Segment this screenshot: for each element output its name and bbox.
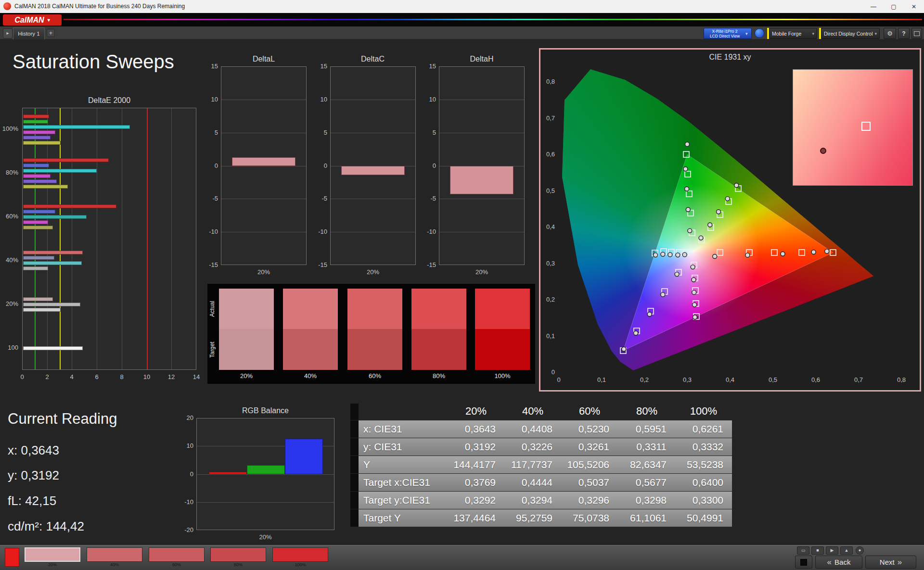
cie-y-tick-label: 0,8 — [536, 78, 555, 85]
cie-x-tick-label: 0,5 — [763, 376, 783, 383]
display-control-button[interactable]: Direct Display Control ▾ — [821, 28, 880, 39]
table-cell: 105,5206 — [561, 459, 609, 470]
deltaL-chart-title: DeltaL — [221, 55, 307, 63]
measured-point — [675, 272, 679, 277]
delta-y-tick-label: -5 — [200, 195, 218, 202]
deltae-gridline — [122, 108, 122, 369]
cie-inset-zoom — [793, 69, 913, 186]
deltae-bar — [23, 174, 51, 178]
delta-bar — [341, 166, 405, 175]
current-reading-y: y: 0,3192 — [8, 468, 59, 483]
measured-point — [682, 253, 687, 257]
rgb-y-tick-label: 20 — [175, 414, 193, 421]
tab-history-1[interactable]: History 1 — [13, 27, 45, 39]
delta-y-tick-label: 0 — [200, 162, 218, 169]
record-button[interactable]: ● — [856, 546, 864, 555]
delta-y-tick-label: 10 — [309, 96, 327, 103]
deltaC-chart-title: DeltaC — [330, 55, 415, 63]
swatch-label: 80% — [411, 372, 466, 380]
layout-button[interactable] — [911, 28, 922, 39]
table-cell: 0,4444 — [504, 477, 552, 488]
measured-point — [692, 278, 696, 282]
help-button[interactable]: ? — [898, 28, 910, 39]
table-cell: 0,3226 — [504, 441, 552, 453]
cie-y-tick-label: 0,3 — [536, 260, 555, 267]
back-label: Back — [834, 558, 850, 566]
target-swatch — [475, 329, 530, 370]
deltae-group-label: 100% — [0, 125, 18, 132]
deltae-bar — [23, 204, 116, 208]
saturation-level-button[interactable] — [149, 547, 205, 562]
table-cell: 144,4177 — [448, 459, 496, 470]
deltae-x-tick-label: 0 — [15, 373, 29, 380]
table-cell: 0,5037 — [561, 477, 609, 488]
source-select-button[interactable]: Mobile Forge ▾ — [769, 28, 817, 39]
deltae-bar — [23, 210, 55, 214]
table-cell: 117,7737 — [504, 459, 552, 470]
rgb-balance-chart-title: RGB Balance — [196, 406, 334, 415]
measured-point — [685, 142, 690, 146]
rainbow-divider — [64, 19, 922, 20]
stop-button[interactable]: ■ — [811, 546, 824, 555]
delta-y-tick-label: -10 — [418, 228, 436, 235]
cie-chart-title: CIE 1931 xy — [539, 53, 921, 62]
rgb-y-tick-label: -20 — [175, 526, 193, 533]
table-cell: 0,6261 — [675, 423, 723, 435]
measured-point — [683, 167, 688, 171]
close-button[interactable]: ✕ — [904, 0, 924, 13]
actual-swatch — [347, 289, 402, 329]
stop-measurement-button[interactable] — [795, 556, 812, 569]
display-button[interactable]: ▭ — [797, 546, 809, 555]
measured-point — [811, 250, 816, 254]
eject-button[interactable]: ▲ — [840, 546, 853, 555]
deltae-gridline — [97, 108, 97, 369]
back-button[interactable]: « Back — [815, 556, 862, 569]
delta-y-tick-label: 5 — [309, 129, 327, 136]
maximize-button[interactable]: ▢ — [884, 0, 904, 13]
measured-point — [693, 315, 697, 319]
measured-point — [699, 236, 703, 240]
delta-y-tick-label: -5 — [418, 195, 436, 202]
calman-window: CalMAN 2018 CalMAN Ultimate for Business… — [0, 0, 924, 570]
deltae-x-tick-label: 8 — [115, 373, 129, 380]
meter-select-button[interactable]: X-Rite i1Pro 2 LCD Direct View ▾ — [704, 28, 752, 39]
delta-gridline — [331, 100, 415, 100]
add-tab-button[interactable]: + — [47, 29, 55, 37]
minimize-button[interactable]: — — [863, 0, 884, 13]
delta-gridline — [221, 100, 306, 100]
window-title: CalMAN 2018 CalMAN Ultimate for Business… — [14, 3, 185, 10]
saturation-level-button[interactable] — [272, 547, 328, 562]
settings-button[interactable]: ⚙ — [884, 28, 896, 39]
next-button[interactable]: Next » — [865, 556, 916, 569]
actual-swatch — [219, 289, 274, 329]
deltae-x-tick-label: 10 — [140, 373, 154, 380]
saturation-level-button[interactable] — [87, 547, 142, 562]
delta-gridline — [331, 133, 415, 133]
table-row-label: Target y:CIE31 — [363, 494, 448, 506]
table-cell: 0,5951 — [618, 423, 667, 435]
swatch-label: 100% — [475, 372, 530, 380]
saturation-level-button[interactable] — [210, 547, 266, 562]
deltae-bar — [23, 136, 51, 139]
measured-point — [661, 252, 665, 256]
page-title: Saturation Sweeps — [13, 51, 174, 73]
target-swatch — [411, 329, 466, 370]
stop-square-icon — [800, 559, 807, 566]
help-icon: ? — [902, 30, 905, 37]
display-control-label: Direct Display Control — [824, 31, 873, 37]
delta-y-tick-label: 15 — [418, 63, 436, 70]
calman-logo-button[interactable]: CalMAN ▾ — [3, 14, 62, 25]
measured-point — [676, 253, 680, 257]
actual-row-label: Actual — [209, 289, 216, 329]
play-button[interactable]: ▶ — [826, 546, 838, 555]
display-icon: ▭ — [801, 548, 806, 553]
cie-x-tick-label: 0,1 — [592, 376, 611, 383]
deltae-bar — [23, 141, 61, 145]
tab-nav-button[interactable]: ▸ — [3, 28, 13, 38]
close-icon: ✕ — [911, 3, 916, 10]
minimize-icon: — — [871, 3, 876, 10]
saturation-level-button[interactable] — [25, 547, 80, 562]
deltae-bar — [23, 261, 82, 265]
target-swatch — [347, 329, 402, 370]
back-chevron-icon: « — [827, 557, 832, 567]
